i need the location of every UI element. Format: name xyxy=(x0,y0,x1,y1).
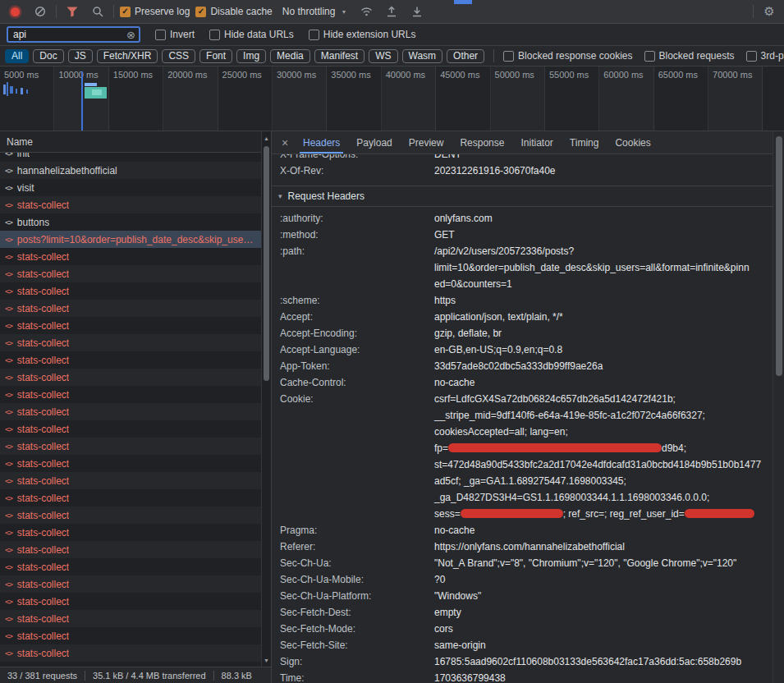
request-row[interactable]: <>stats-collect xyxy=(0,317,261,334)
toolbar-divider xyxy=(56,5,57,18)
request-row[interactable]: <>init xyxy=(0,153,261,162)
header-value: no-cache xyxy=(434,374,773,391)
preserve-log-checkbox[interactable]: ✓ Preserve log xyxy=(120,6,190,17)
script-file-icon: <> xyxy=(5,322,12,330)
request-row[interactable]: <>stats-collect xyxy=(0,403,261,420)
tab-initiator[interactable]: Initiator xyxy=(512,131,561,154)
type-filter-js[interactable]: JS xyxy=(68,49,93,63)
request-row[interactable]: <>visit xyxy=(0,179,261,196)
type-filter-doc[interactable]: Doc xyxy=(33,49,63,63)
request-row[interactable]: <>stats-collect xyxy=(0,610,261,627)
checkbox-unchecked-icon xyxy=(746,51,757,62)
request-row[interactable]: <>stats-collect xyxy=(0,575,261,593)
checkbox-unchecked-icon xyxy=(155,30,166,40)
type-filter-other[interactable]: Other xyxy=(447,49,484,63)
request-row[interactable]: <>stats-collect xyxy=(0,196,261,213)
request-headers-rows: :authority:onlyfans.com:method:GET:path:… xyxy=(272,207,773,683)
tab-preview[interactable]: Preview xyxy=(401,131,452,154)
invert-checkbox[interactable]: Invert xyxy=(155,29,195,40)
request-row[interactable]: <>stats-collect xyxy=(0,265,261,282)
script-file-icon: <> xyxy=(5,339,12,347)
import-har-button[interactable] xyxy=(407,2,427,21)
scrollbar-thumb[interactable] xyxy=(776,136,782,376)
scroll-down-icon[interactable]: ▼ xyxy=(262,655,271,665)
request-row[interactable]: <>stats-collect xyxy=(0,369,261,386)
name-column-header[interactable]: Name xyxy=(0,131,261,153)
requests-scrollbar[interactable]: ▲ ▼ xyxy=(261,131,271,667)
request-row[interactable]: <>stats-collect xyxy=(0,472,261,489)
script-file-icon: <> xyxy=(5,287,12,296)
type-filter-ws[interactable]: WS xyxy=(369,49,397,63)
request-row[interactable]: <>posts?limit=10&order=publish_date_desc… xyxy=(0,231,261,248)
filter-toggle-button[interactable] xyxy=(62,2,82,21)
request-row[interactable]: <>stats-collect xyxy=(0,438,261,455)
request-headers-section[interactable]: ▾ Request Headers xyxy=(272,186,773,207)
script-file-icon: <> xyxy=(5,408,12,416)
3rd-party-requests-checkbox[interactable]: 3rd-party requests xyxy=(746,50,784,62)
type-filter-wasm[interactable]: Wasm xyxy=(402,49,443,63)
upload-arrow-icon xyxy=(386,6,397,17)
type-filter-font[interactable]: Font xyxy=(199,49,232,63)
request-row[interactable]: <>stats-collect xyxy=(0,282,261,300)
hide-data-urls-checkbox[interactable]: Hide data URLs xyxy=(209,29,294,40)
request-row[interactable]: <>stats-collect xyxy=(0,420,261,438)
filter-input[interactable]: api ⊗ xyxy=(7,26,140,43)
type-filter-css[interactable]: CSS xyxy=(162,49,195,63)
disable-cache-checkbox[interactable]: ✓ Disable cache xyxy=(195,6,272,17)
request-row[interactable]: <>stats-collect xyxy=(0,489,261,507)
request-row[interactable]: <>stats-collect xyxy=(0,541,261,558)
timeline-tick-label: 70000 ms xyxy=(713,70,752,80)
request-row[interactable]: <>stats-collect xyxy=(0,524,261,541)
request-row[interactable]: <>stats-collect xyxy=(0,334,261,351)
hide-extension-urls-checkbox[interactable]: Hide extension URLs xyxy=(309,29,416,40)
type-filter-img[interactable]: Img xyxy=(236,49,266,63)
request-row[interactable]: <>stats-collect xyxy=(0,351,261,369)
checkbox-checked-icon: ✓ xyxy=(195,7,206,17)
scroll-up-icon[interactable]: ▲ xyxy=(262,133,271,143)
request-name: stats-collect xyxy=(17,562,69,573)
header-row: App-Token:33d57ade8c02dbc5a333db99ff9ae2… xyxy=(272,358,773,374)
tab-payload[interactable]: Payload xyxy=(348,131,400,154)
record-button[interactable] xyxy=(5,2,25,21)
request-row[interactable]: <>hannahelizabethofficial xyxy=(0,162,261,179)
clear-filter-icon[interactable]: ⊗ xyxy=(126,30,135,40)
network-conditions-button[interactable] xyxy=(356,2,376,21)
timeline-overview[interactable]: 5000 ms10000 ms15000 ms20000 ms25000 ms3… xyxy=(0,66,784,131)
request-row[interactable]: <>stats-collect xyxy=(0,455,261,472)
blocked-response-cookies-checkbox[interactable]: Blocked response cookies xyxy=(503,50,632,62)
timeline-tick: 15000 ms xyxy=(109,66,163,131)
clear-button[interactable] xyxy=(30,2,50,21)
export-har-button[interactable] xyxy=(382,2,401,21)
script-file-icon: <> xyxy=(5,167,12,175)
request-row[interactable]: <>stats-collect xyxy=(0,558,261,575)
type-filter-media[interactable]: Media xyxy=(270,49,310,63)
settings-button[interactable]: ⚙ xyxy=(759,2,779,21)
request-row[interactable]: <>stats-collect xyxy=(0,300,261,317)
request-name: stats-collect xyxy=(17,199,69,211)
toolbar-divider xyxy=(753,5,754,18)
close-detail-button[interactable]: × xyxy=(275,136,295,149)
request-row[interactable]: <>stats-collect xyxy=(0,248,261,265)
request-row[interactable]: <>stats-collect xyxy=(0,627,261,644)
throttling-select[interactable]: No throttling ▼ xyxy=(278,4,351,19)
request-row[interactable]: <>stats-collect xyxy=(0,507,261,524)
tab-response[interactable]: Response xyxy=(452,131,512,154)
header-row: Sec-Ch-Ua-Mobile:?0 xyxy=(272,571,773,588)
scrollbar-thumb[interactable] xyxy=(264,146,269,381)
header-name: Accept-Encoding: xyxy=(280,325,434,342)
tab-cookies[interactable]: Cookies xyxy=(607,131,658,154)
request-row[interactable]: <>stats-collect xyxy=(0,593,261,610)
header-row: Accept:application/json, text/plain, */* xyxy=(272,309,773,325)
request-row[interactable]: <>stats-collect xyxy=(0,386,261,403)
request-row[interactable]: <>buttons xyxy=(0,213,261,231)
header-row: Cookie:csrf=LdfcGX4Sa72db06824c657db26a5… xyxy=(272,391,773,522)
blocked-requests-checkbox[interactable]: Blocked requests xyxy=(644,50,735,62)
search-button[interactable] xyxy=(88,2,108,21)
tab-headers[interactable]: Headers xyxy=(295,131,348,154)
type-filter-all[interactable]: All xyxy=(5,49,29,63)
type-filter-manifest[interactable]: Manifest xyxy=(314,49,364,63)
request-row[interactable]: <>stats-collect xyxy=(0,644,261,662)
detail-scrollbar[interactable] xyxy=(773,131,784,683)
type-filter-fetch-xhr[interactable]: Fetch/XHR xyxy=(97,49,158,63)
tab-timing[interactable]: Timing xyxy=(562,131,607,154)
